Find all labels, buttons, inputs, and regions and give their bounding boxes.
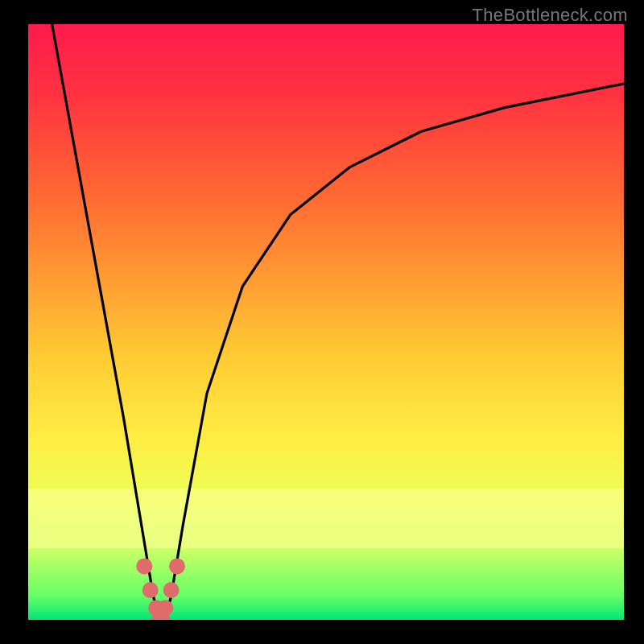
chart-frame: TheBottleneck.com bbox=[0, 0, 644, 644]
bottleneck-curve bbox=[52, 24, 624, 620]
highlight-points bbox=[136, 558, 185, 620]
marker-dot bbox=[163, 582, 180, 598]
marker-dot bbox=[169, 558, 185, 574]
marker-dot bbox=[157, 600, 173, 616]
watermark-text: TheBottleneck.com bbox=[473, 5, 628, 26]
chart-svg bbox=[28, 24, 624, 620]
marker-dot bbox=[142, 582, 159, 598]
marker-dot bbox=[136, 558, 152, 574]
plot-area bbox=[28, 24, 624, 620]
